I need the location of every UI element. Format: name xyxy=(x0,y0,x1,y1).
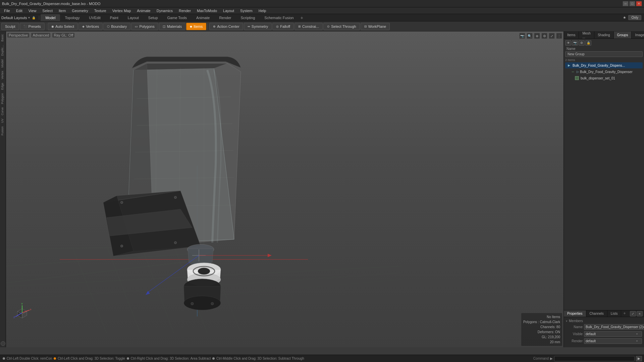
members-toggle[interactable]: ▾ xyxy=(566,319,568,323)
menu-animate[interactable]: Animate xyxy=(134,8,153,13)
menu-maxtomodo[interactable]: MaxToModo xyxy=(194,8,220,13)
prop-visible-expand[interactable]: ▾ xyxy=(636,333,640,336)
falloff-button[interactable]: ◎ Falloff xyxy=(272,23,294,30)
info-channels: Channels: 80 xyxy=(523,324,560,329)
group-icon-camera[interactable]: 📷 xyxy=(572,40,578,46)
tab-render[interactable]: Render xyxy=(214,14,236,21)
tab-lists[interactable]: Lists xyxy=(607,310,622,317)
menu-edit[interactable]: Edit xyxy=(13,8,25,13)
menu-view[interactable]: View xyxy=(26,8,39,13)
tab-images[interactable]: Images xyxy=(632,32,644,39)
tab-channels[interactable]: Channels xyxy=(586,310,607,317)
sidebar-tab-model[interactable]: Model xyxy=(0,58,6,69)
viewport-icon-more[interactable]: ⋮ xyxy=(556,33,562,39)
svg-point-35 xyxy=(211,302,214,305)
layout-dropdown-icon[interactable]: ▾ xyxy=(28,16,30,19)
tab-model[interactable]: Model xyxy=(41,14,60,21)
tab-properties[interactable]: Properties xyxy=(564,310,586,317)
viewport-icon-maximize[interactable]: ⤢ xyxy=(549,33,555,39)
tab-uvedit[interactable]: UVEdit xyxy=(84,14,105,21)
viewport-icon-camera[interactable]: 📷 xyxy=(519,33,525,39)
sidebar-tab-duplicate[interactable]: Duplic... xyxy=(0,44,6,57)
viewport-3d[interactable]: Perspective Advanced Ray GL: Off 📷 🔍 ⊕ ⚙… xyxy=(6,32,564,347)
prop-render-value[interactable]: default ▾ xyxy=(584,338,642,344)
tab-items[interactable]: Items xyxy=(564,32,579,39)
close-button[interactable]: ✕ xyxy=(636,1,642,6)
scene-item-mesh[interactable]: ─ ▷ Bulk_Dry_Food_Gravity_Dispenser xyxy=(565,69,643,75)
viewport-icon-settings[interactable]: ⚙ xyxy=(541,33,547,39)
prop-render-expand[interactable]: ▾ xyxy=(636,340,640,343)
group-icon-lock[interactable]: 🔒 xyxy=(585,40,591,46)
view-mode-label[interactable]: Perspective xyxy=(7,33,29,38)
selectthrough-button[interactable]: ⊙ Select Through xyxy=(323,23,360,30)
sidebar-tab-uv[interactable]: UV xyxy=(0,117,6,124)
sidebar-collapse-button[interactable] xyxy=(1,341,5,346)
maximize-button[interactable]: □ xyxy=(629,1,635,6)
tab-paint[interactable]: Paint xyxy=(105,14,123,21)
minimize-button[interactable]: ─ xyxy=(623,1,629,6)
polygons-button[interactable]: ▭ Polygons xyxy=(131,23,158,30)
tab-gametools[interactable]: Game Tools xyxy=(163,14,192,21)
tab-animate[interactable]: Animate xyxy=(192,14,214,21)
sidebar-tab-edge[interactable]: Edge xyxy=(0,81,6,91)
tab-schematicfusion[interactable]: Schematic Fusion xyxy=(260,14,298,21)
materials-button[interactable]: ◫ Materials xyxy=(159,23,186,30)
presets-button[interactable]: ⬛ Presets xyxy=(20,23,45,30)
command-execute-button[interactable]: ▶ xyxy=(636,356,642,361)
vertices-button[interactable]: ◈ Vertices xyxy=(78,23,103,30)
constraints-button[interactable]: ⊞ Constrai... xyxy=(294,23,323,30)
tab-scripting[interactable]: Scripting xyxy=(236,14,260,21)
raygl-label[interactable]: Ray GL: Off xyxy=(52,33,74,38)
menu-layout[interactable]: Layout xyxy=(220,8,237,13)
add-tab-button[interactable]: + xyxy=(299,15,305,20)
prop-visible-value[interactable]: default ▾ xyxy=(584,331,642,337)
menu-texture[interactable]: Texture xyxy=(92,8,109,13)
actioncenter-button[interactable]: ⊕ Action Center xyxy=(209,23,243,30)
new-group-button[interactable]: New Group xyxy=(565,51,643,57)
command-input[interactable] xyxy=(554,356,635,361)
prop-name-value[interactable]: Bulk_Dry_Food_Gravity_Dispenser (2) ▶ xyxy=(584,324,644,330)
autoselect-button[interactable]: ◉ Auto Select xyxy=(48,23,78,30)
sidebar-tab-fusion[interactable]: Fusion xyxy=(0,125,6,137)
tab-add-button[interactable]: + xyxy=(621,310,628,317)
tab-layout[interactable]: Layout xyxy=(123,14,144,21)
tab-shading[interactable]: Shading xyxy=(594,32,614,39)
menu-vertexmap[interactable]: Vertex Map xyxy=(110,8,134,13)
tab-groups[interactable]: Groups xyxy=(614,32,632,39)
group-icon-eye[interactable]: 👁 xyxy=(565,40,571,46)
prop-name-text: Bulk_Dry_Food_Gravity_Dispenser (2) xyxy=(586,325,643,329)
sidebar-tab-vertex[interactable]: Vertex xyxy=(0,69,6,81)
menu-help[interactable]: Help xyxy=(256,8,269,13)
tab-setup[interactable]: Setup xyxy=(144,14,163,21)
menu-dynamics[interactable]: Dynamics xyxy=(154,8,175,13)
menu-geometry[interactable]: Geometry xyxy=(69,8,91,13)
workplane-icon: ⊟ xyxy=(364,25,367,28)
only-button[interactable]: Only xyxy=(628,15,641,20)
sidebar-tab-curve[interactable]: Curve xyxy=(0,106,6,117)
sidebar-tab-polygon[interactable]: Polygon xyxy=(0,92,6,106)
window-controls[interactable]: ─ □ ✕ xyxy=(623,1,642,6)
viewport-icon-zoom[interactable]: 🔍 xyxy=(527,33,533,39)
props-expand-icon[interactable]: ⤢ xyxy=(630,311,636,316)
scene-item-group-root[interactable]: ▶ Bulk_Dry_Food_Gravity_Dispens... xyxy=(565,62,643,68)
layout-lock-icon[interactable]: 🔒 xyxy=(32,16,36,19)
items-button[interactable]: ◆ Items xyxy=(186,23,206,30)
viewport-icon-search[interactable]: ⊕ xyxy=(534,33,540,39)
symmetry-button[interactable]: ⇔ Symmetry xyxy=(244,23,272,30)
menu-select[interactable]: Select xyxy=(40,8,55,13)
sidebar-tab-basic[interactable]: Basic xyxy=(0,33,6,43)
menu-item[interactable]: Item xyxy=(56,8,68,13)
tab-mesh[interactable]: Mesh ... xyxy=(579,32,594,39)
props-settings-icon[interactable]: ≡ xyxy=(637,311,643,316)
sculpt-button[interactable]: Sculpt xyxy=(1,23,19,30)
menu-system[interactable]: System xyxy=(237,8,255,13)
workplane-button[interactable]: ⊟ WorkPlane xyxy=(361,23,390,30)
command-area: Command ▶ ▶ xyxy=(533,356,642,361)
scene-item-set[interactable]: bulk_dispenser_set_01 xyxy=(565,75,643,81)
boundary-button[interactable]: ⬡ Boundary xyxy=(103,23,130,30)
menu-render[interactable]: Render xyxy=(176,8,194,13)
quality-label[interactable]: Advanced xyxy=(31,33,50,38)
tab-topology[interactable]: Topology xyxy=(60,14,84,21)
menu-file[interactable]: File xyxy=(1,8,13,13)
group-icon-settings[interactable]: ⚙ xyxy=(579,40,585,46)
